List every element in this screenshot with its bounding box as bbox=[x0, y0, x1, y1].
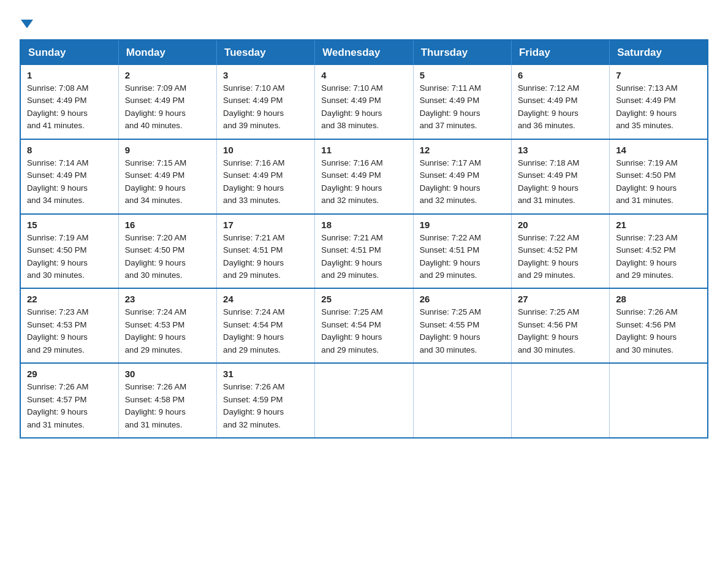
weekday-header-saturday: Saturday bbox=[610, 40, 708, 65]
day-info: Sunrise: 7:16 AMSunset: 4:49 PMDaylight:… bbox=[321, 158, 382, 205]
day-info: Sunrise: 7:08 AMSunset: 4:49 PMDaylight:… bbox=[27, 83, 88, 130]
day-info: Sunrise: 7:11 AMSunset: 4:49 PMDaylight:… bbox=[420, 83, 481, 130]
day-cell-9: 9Sunrise: 7:15 AMSunset: 4:49 PMDaylight… bbox=[118, 139, 216, 214]
day-number: 18 bbox=[321, 220, 406, 230]
day-cell-8: 8Sunrise: 7:14 AMSunset: 4:49 PMDaylight… bbox=[20, 139, 118, 214]
week-row-5: 29Sunrise: 7:26 AMSunset: 4:57 PMDayligh… bbox=[20, 363, 708, 438]
page-header bbox=[20, 15, 708, 28]
week-row-4: 22Sunrise: 7:23 AMSunset: 4:53 PMDayligh… bbox=[20, 288, 708, 363]
day-number: 31 bbox=[223, 369, 308, 379]
day-info: Sunrise: 7:19 AMSunset: 4:50 PMDaylight:… bbox=[27, 233, 88, 280]
day-cell-24: 24Sunrise: 7:24 AMSunset: 4:54 PMDayligh… bbox=[217, 288, 315, 363]
day-cell-2: 2Sunrise: 7:09 AMSunset: 4:49 PMDaylight… bbox=[118, 65, 216, 139]
day-cell-4: 4Sunrise: 7:10 AMSunset: 4:49 PMDaylight… bbox=[315, 65, 413, 139]
day-cell-16: 16Sunrise: 7:20 AMSunset: 4:50 PMDayligh… bbox=[118, 214, 216, 289]
calendar-table: SundayMondayTuesdayWednesdayThursdayFrid… bbox=[20, 39, 708, 439]
day-number: 19 bbox=[420, 220, 505, 230]
day-cell-17: 17Sunrise: 7:21 AMSunset: 4:51 PMDayligh… bbox=[217, 214, 315, 289]
day-number: 20 bbox=[518, 220, 603, 230]
empty-cell bbox=[610, 363, 708, 438]
day-info: Sunrise: 7:19 AMSunset: 4:50 PMDaylight:… bbox=[616, 158, 677, 205]
day-info: Sunrise: 7:09 AMSunset: 4:49 PMDaylight:… bbox=[125, 83, 186, 130]
day-number: 16 bbox=[125, 220, 210, 230]
day-cell-19: 19Sunrise: 7:22 AMSunset: 4:51 PMDayligh… bbox=[413, 214, 511, 289]
day-number: 21 bbox=[616, 220, 701, 230]
day-number: 3 bbox=[223, 70, 308, 80]
weekday-header-row: SundayMondayTuesdayWednesdayThursdayFrid… bbox=[20, 40, 708, 65]
week-row-2: 8Sunrise: 7:14 AMSunset: 4:49 PMDaylight… bbox=[20, 139, 708, 214]
day-info: Sunrise: 7:17 AMSunset: 4:49 PMDaylight:… bbox=[420, 158, 481, 205]
day-cell-10: 10Sunrise: 7:16 AMSunset: 4:49 PMDayligh… bbox=[217, 139, 315, 214]
day-number: 2 bbox=[125, 70, 210, 80]
day-info: Sunrise: 7:25 AMSunset: 4:55 PMDaylight:… bbox=[420, 307, 481, 354]
day-number: 27 bbox=[518, 294, 603, 304]
day-info: Sunrise: 7:23 AMSunset: 4:53 PMDaylight:… bbox=[27, 307, 88, 354]
day-info: Sunrise: 7:20 AMSunset: 4:50 PMDaylight:… bbox=[125, 233, 186, 280]
day-number: 1 bbox=[27, 70, 112, 80]
day-info: Sunrise: 7:23 AMSunset: 4:52 PMDaylight:… bbox=[616, 233, 677, 280]
day-info: Sunrise: 7:15 AMSunset: 4:49 PMDaylight:… bbox=[125, 158, 186, 205]
day-info: Sunrise: 7:24 AMSunset: 4:53 PMDaylight:… bbox=[125, 307, 186, 354]
day-info: Sunrise: 7:10 AMSunset: 4:49 PMDaylight:… bbox=[321, 83, 382, 130]
day-cell-18: 18Sunrise: 7:21 AMSunset: 4:51 PMDayligh… bbox=[315, 214, 413, 289]
day-info: Sunrise: 7:26 AMSunset: 4:57 PMDaylight:… bbox=[27, 382, 88, 429]
day-cell-30: 30Sunrise: 7:26 AMSunset: 4:58 PMDayligh… bbox=[118, 363, 216, 438]
empty-cell bbox=[413, 363, 511, 438]
day-number: 12 bbox=[420, 145, 505, 155]
day-info: Sunrise: 7:13 AMSunset: 4:49 PMDaylight:… bbox=[616, 83, 677, 130]
day-number: 13 bbox=[518, 145, 603, 155]
day-info: Sunrise: 7:22 AMSunset: 4:51 PMDaylight:… bbox=[420, 233, 481, 280]
day-number: 28 bbox=[616, 294, 701, 304]
weekday-header-monday: Monday bbox=[118, 40, 216, 65]
day-number: 4 bbox=[321, 70, 406, 80]
day-number: 24 bbox=[223, 294, 308, 304]
day-info: Sunrise: 7:12 AMSunset: 4:49 PMDaylight:… bbox=[518, 83, 579, 130]
weekday-header-wednesday: Wednesday bbox=[315, 40, 413, 65]
day-info: Sunrise: 7:21 AMSunset: 4:51 PMDaylight:… bbox=[321, 233, 382, 280]
day-cell-13: 13Sunrise: 7:18 AMSunset: 4:49 PMDayligh… bbox=[511, 139, 609, 214]
day-number: 8 bbox=[27, 145, 112, 155]
day-info: Sunrise: 7:18 AMSunset: 4:49 PMDaylight:… bbox=[518, 158, 579, 205]
week-row-1: 1Sunrise: 7:08 AMSunset: 4:49 PMDaylight… bbox=[20, 65, 708, 139]
day-info: Sunrise: 7:10 AMSunset: 4:49 PMDaylight:… bbox=[223, 83, 284, 130]
day-info: Sunrise: 7:21 AMSunset: 4:51 PMDaylight:… bbox=[223, 233, 284, 280]
day-number: 22 bbox=[27, 294, 112, 304]
day-number: 29 bbox=[27, 369, 112, 379]
empty-cell bbox=[511, 363, 609, 438]
day-number: 7 bbox=[616, 70, 701, 80]
empty-cell bbox=[315, 363, 413, 438]
day-cell-29: 29Sunrise: 7:26 AMSunset: 4:57 PMDayligh… bbox=[20, 363, 118, 438]
day-cell-5: 5Sunrise: 7:11 AMSunset: 4:49 PMDaylight… bbox=[413, 65, 511, 139]
day-info: Sunrise: 7:25 AMSunset: 4:54 PMDaylight:… bbox=[321, 307, 382, 354]
day-cell-22: 22Sunrise: 7:23 AMSunset: 4:53 PMDayligh… bbox=[20, 288, 118, 363]
day-number: 26 bbox=[420, 294, 505, 304]
day-number: 10 bbox=[223, 145, 308, 155]
logo-arrow-icon bbox=[21, 20, 33, 28]
day-cell-20: 20Sunrise: 7:22 AMSunset: 4:52 PMDayligh… bbox=[511, 214, 609, 289]
day-number: 15 bbox=[27, 220, 112, 230]
day-number: 5 bbox=[420, 70, 505, 80]
day-cell-1: 1Sunrise: 7:08 AMSunset: 4:49 PMDaylight… bbox=[20, 65, 118, 139]
day-cell-25: 25Sunrise: 7:25 AMSunset: 4:54 PMDayligh… bbox=[315, 288, 413, 363]
day-cell-31: 31Sunrise: 7:26 AMSunset: 4:59 PMDayligh… bbox=[217, 363, 315, 438]
day-number: 30 bbox=[125, 369, 210, 379]
day-cell-23: 23Sunrise: 7:24 AMSunset: 4:53 PMDayligh… bbox=[118, 288, 216, 363]
day-number: 11 bbox=[321, 145, 406, 155]
day-number: 25 bbox=[321, 294, 406, 304]
day-info: Sunrise: 7:16 AMSunset: 4:49 PMDaylight:… bbox=[223, 158, 284, 205]
day-cell-26: 26Sunrise: 7:25 AMSunset: 4:55 PMDayligh… bbox=[413, 288, 511, 363]
day-cell-11: 11Sunrise: 7:16 AMSunset: 4:49 PMDayligh… bbox=[315, 139, 413, 214]
weekday-header-thursday: Thursday bbox=[413, 40, 511, 65]
day-number: 6 bbox=[518, 70, 603, 80]
day-info: Sunrise: 7:24 AMSunset: 4:54 PMDaylight:… bbox=[223, 307, 284, 354]
day-number: 9 bbox=[125, 145, 210, 155]
day-cell-28: 28Sunrise: 7:26 AMSunset: 4:56 PMDayligh… bbox=[610, 288, 708, 363]
day-cell-3: 3Sunrise: 7:10 AMSunset: 4:49 PMDaylight… bbox=[217, 65, 315, 139]
day-info: Sunrise: 7:26 AMSunset: 4:58 PMDaylight:… bbox=[125, 382, 186, 429]
day-cell-12: 12Sunrise: 7:17 AMSunset: 4:49 PMDayligh… bbox=[413, 139, 511, 214]
day-info: Sunrise: 7:26 AMSunset: 4:59 PMDaylight:… bbox=[223, 382, 284, 429]
day-cell-14: 14Sunrise: 7:19 AMSunset: 4:50 PMDayligh… bbox=[610, 139, 708, 214]
weekday-header-tuesday: Tuesday bbox=[217, 40, 315, 65]
day-info: Sunrise: 7:14 AMSunset: 4:49 PMDaylight:… bbox=[27, 158, 88, 205]
day-cell-7: 7Sunrise: 7:13 AMSunset: 4:49 PMDaylight… bbox=[610, 65, 708, 139]
